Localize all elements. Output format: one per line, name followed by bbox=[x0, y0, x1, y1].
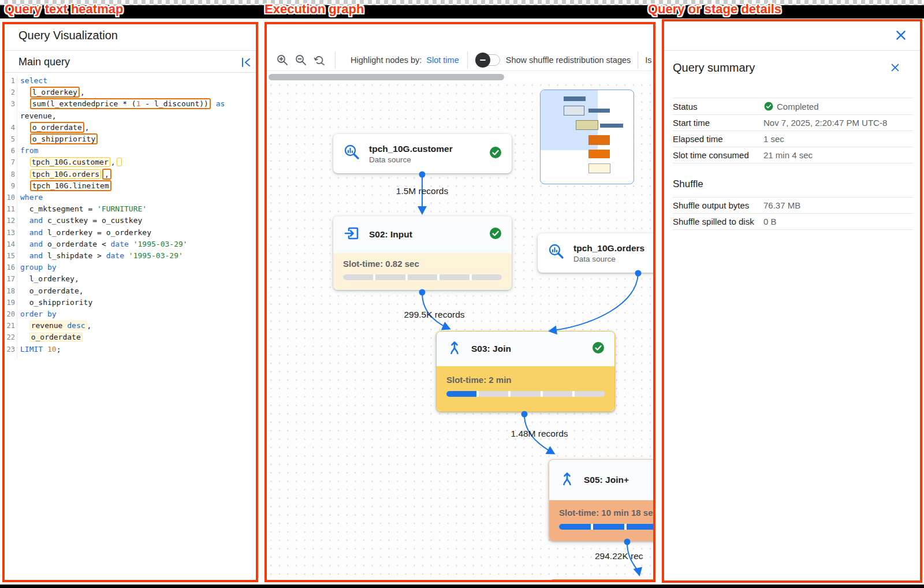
divider bbox=[5, 50, 256, 51]
shuffle-section-title: Shuffle bbox=[673, 178, 913, 190]
line-number: 14 bbox=[5, 239, 15, 250]
row-value: Completed bbox=[763, 101, 819, 111]
show-shuffle-label: Show shuffle redistribution stages bbox=[506, 55, 631, 65]
graph-minimap[interactable] bbox=[540, 90, 634, 184]
row-label: Shuffle spilled to disk bbox=[673, 217, 763, 226]
status-check-icon bbox=[489, 226, 502, 243]
code-line: 18 o_orderdate, bbox=[5, 285, 256, 297]
data-source-icon bbox=[342, 143, 361, 164]
line-number bbox=[5, 110, 15, 122]
node-s02-input[interactable]: S02: Input Slot-time: 0.82 sec bbox=[333, 216, 512, 290]
node-s05-join[interactable]: S05: Join+ Slot-time: 10 min 18 sec bbox=[549, 459, 653, 541]
code-line: 9 tpch_10G.lineitem bbox=[5, 180, 256, 192]
code-line: 23LIMIT 10; bbox=[5, 344, 256, 355]
status-check-icon bbox=[763, 101, 774, 111]
zoom-in-icon[interactable] bbox=[276, 54, 289, 66]
minimap-node bbox=[564, 96, 586, 101]
code-line: 13 and l_orderkey = o_orderkey bbox=[5, 227, 256, 239]
heatmap-warm-box: tpch_10G.customer bbox=[30, 157, 110, 167]
code-line: revenue, bbox=[5, 110, 256, 122]
line-number: 12 bbox=[5, 215, 15, 226]
node-tpch10g-orders[interactable]: tpch_10G.orders Data source bbox=[538, 233, 653, 273]
highlight-nodes-label: Highlight nodes by: bbox=[351, 55, 422, 65]
line-number: 15 bbox=[5, 250, 15, 262]
query-summary-table: StatusCompletedStart timeNov 7, 2025, 2:… bbox=[673, 98, 913, 163]
line-number: 21 bbox=[5, 320, 15, 332]
node-title: tpch_10G.orders bbox=[573, 243, 644, 254]
line-number: 22 bbox=[5, 332, 15, 343]
summary-row: StatusCompleted bbox=[673, 98, 913, 114]
heatmap-pale-box: o_orderdate bbox=[29, 332, 83, 342]
node-tpch10g-customer[interactable]: tpch_10G.customer Data source bbox=[333, 134, 512, 173]
row-label: Shuffle output bytes bbox=[673, 200, 763, 210]
line-number: 3 bbox=[5, 98, 15, 110]
input-stage-icon bbox=[342, 224, 361, 245]
line-number: 1 bbox=[5, 75, 15, 87]
line-number: 18 bbox=[5, 285, 15, 297]
row-value: 21 min 4 sec bbox=[763, 150, 813, 160]
shuffle-table: Shuffle output bytes76.37 MBShuffle spil… bbox=[673, 197, 913, 230]
line-number: 19 bbox=[5, 297, 15, 308]
node-s03-join[interactable]: S03: Join Slot-time: 2 min bbox=[436, 331, 615, 412]
heatmap-hot-box: l_orderkey bbox=[30, 87, 80, 98]
node-subtitle: Data source bbox=[369, 155, 453, 164]
heatmap-warm-empty-box bbox=[117, 158, 122, 166]
clipped-toolbar-text: Is th bbox=[645, 55, 655, 65]
edge-label-records: 299.5K records bbox=[394, 310, 475, 320]
node-title: S02: Input bbox=[369, 229, 412, 240]
line-number: 2 bbox=[5, 87, 15, 98]
code-line: 4 o_orderdate, bbox=[5, 122, 256, 133]
code-line: 21 revenue desc, bbox=[5, 320, 256, 332]
node-title: S05: Join+ bbox=[584, 475, 629, 485]
join-stage-icon bbox=[558, 470, 576, 490]
annotation-label-execution-graph: Execution graph bbox=[264, 2, 364, 17]
line-number: 9 bbox=[5, 180, 15, 192]
node-title: S03: Join bbox=[471, 344, 511, 354]
zoom-reset-icon[interactable] bbox=[313, 54, 326, 66]
collapse-left-icon[interactable] bbox=[240, 56, 252, 69]
edge-label-records: 1.5M records bbox=[382, 186, 463, 196]
query-details-panel: Query summary StatusCompletedStart timeN… bbox=[662, 19, 922, 583]
row-value: Nov 7, 2025, 2:20:47 PM UTC-8 bbox=[763, 118, 887, 128]
slot-time-text: Slot-time: 0.82 sec bbox=[343, 259, 502, 269]
row-label: Status bbox=[673, 102, 763, 111]
edge-label-records: 1.48M records bbox=[499, 429, 580, 439]
heatmap-hot-box: o_orderdate bbox=[30, 122, 84, 133]
slot-time-bar bbox=[446, 391, 605, 397]
bottom-black-strip bbox=[0, 585, 924, 588]
toolbar-divider bbox=[467, 51, 468, 69]
slot-time-text: Slot-time: 2 min bbox=[446, 375, 605, 385]
toolbar-divider bbox=[638, 51, 638, 69]
zoom-out-icon[interactable] bbox=[295, 54, 307, 66]
code-line: 19 o_shippriority bbox=[5, 297, 256, 308]
line-number: 11 bbox=[5, 203, 15, 215]
minimap-node bbox=[588, 150, 610, 158]
close-icon[interactable] bbox=[890, 62, 900, 73]
line-number: 23 bbox=[5, 344, 15, 355]
code-line: 3 sum(l_extendedprice * (1 - l_discount)… bbox=[5, 98, 256, 110]
main-query-section-title: Main query bbox=[18, 56, 70, 68]
data-source-icon bbox=[547, 243, 565, 263]
summary-row: Start timeNov 7, 2025, 2:20:47 PM UTC-8 bbox=[673, 114, 913, 131]
code-line: 22 o_orderdate bbox=[5, 332, 256, 343]
horizontal-scrollbar[interactable] bbox=[269, 74, 504, 80]
highlight-mode-link[interactable]: Slot time bbox=[426, 55, 459, 65]
code-line: 20order by bbox=[5, 308, 256, 320]
minimap-node bbox=[564, 106, 584, 116]
row-label: Start time bbox=[673, 118, 763, 128]
show-shuffle-toggle[interactable] bbox=[477, 54, 500, 66]
close-icon[interactable] bbox=[895, 29, 907, 42]
summary-row: Shuffle spilled to disk0 B bbox=[673, 213, 913, 230]
execution-graph-canvas[interactable]: 1.5M records 299.5K records 1.48M record… bbox=[267, 81, 653, 580]
details-header-row bbox=[664, 21, 920, 51]
status-check-icon bbox=[591, 341, 605, 357]
node-title: tpch_10G.customer bbox=[369, 144, 453, 154]
summary-row: Slot time consumed21 min 4 sec bbox=[673, 147, 913, 163]
slot-time-bar bbox=[343, 274, 502, 280]
minimap-node bbox=[588, 109, 610, 113]
heatmap-pale-box: revenue desc bbox=[29, 321, 87, 330]
node-next-stage-clipped[interactable] bbox=[549, 579, 653, 580]
row-value: 0 B bbox=[763, 217, 777, 226]
code-line: 16group by bbox=[5, 262, 256, 273]
code-line: 10where bbox=[5, 192, 256, 203]
